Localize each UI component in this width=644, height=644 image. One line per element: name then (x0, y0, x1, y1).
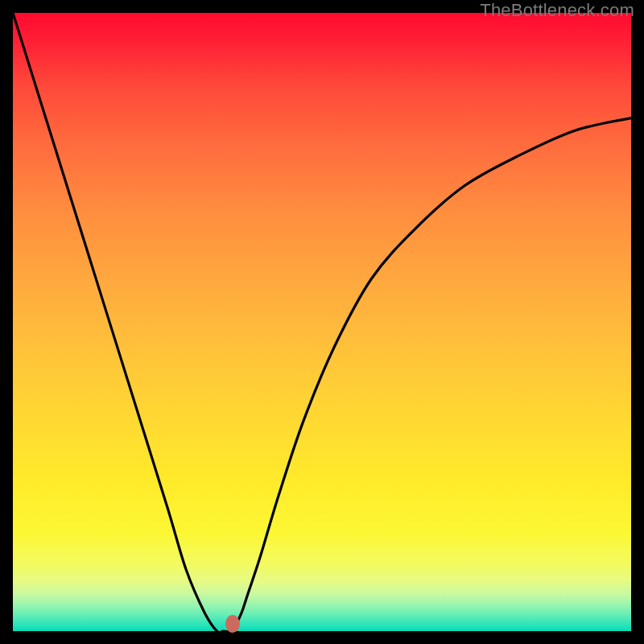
curve-path (13, 13, 631, 631)
bottleneck-curve (13, 13, 631, 631)
minimum-marker (225, 615, 240, 633)
chart-frame: TheBottleneck.com (0, 0, 644, 644)
watermark-text: TheBottleneck.com (480, 0, 634, 21)
